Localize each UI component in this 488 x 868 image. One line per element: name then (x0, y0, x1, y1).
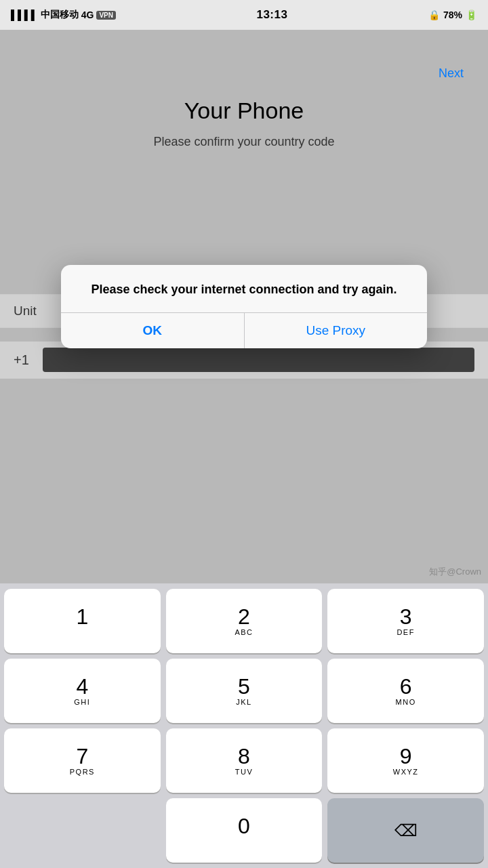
battery-percent: 78% (443, 9, 462, 20)
status-time: 13:13 (256, 8, 287, 22)
status-bar: ▌▌▌▌ 中国移动 4G VPN 13:13 🔒 78% 🔋 (0, 0, 488, 30)
signal-bars: ▌▌▌▌ (11, 9, 38, 20)
dialog-message: Please check your internet connection an… (80, 281, 408, 298)
key-9[interactable]: 9 WXYZ (327, 728, 484, 793)
status-left: ▌▌▌▌ 中国移动 4G VPN (11, 9, 116, 21)
delete-key[interactable]: ⌫ (327, 798, 484, 863)
key-7[interactable]: 7 PQRS (4, 728, 161, 793)
vpn-badge: VPN (96, 11, 116, 20)
use-proxy-button[interactable]: Use Proxy (245, 313, 428, 348)
network-type: 4G (81, 9, 94, 20)
battery-icon: 🔋 (466, 9, 477, 20)
key-5[interactable]: 5 JKL (166, 659, 323, 723)
ok-button[interactable]: OK (61, 313, 244, 348)
dialog-body: Please check your internet connection an… (61, 265, 427, 312)
dialog-buttons: OK Use Proxy (61, 313, 427, 348)
key-0[interactable]: 0 (166, 798, 323, 863)
dialog-overlay: Please check your internet connection an… (0, 30, 488, 583)
lock-icon: 🔒 (428, 9, 440, 20)
key-4[interactable]: 4 GHI (4, 659, 161, 723)
key-1[interactable]: 1 (4, 589, 161, 653)
carrier: 中国移动 (41, 9, 79, 21)
key-3[interactable]: 3 DEF (327, 589, 484, 653)
keyboard-grid: 1 2 ABC 3 DEF 4 GHI 5 JKL 6 MNO 7 PQRS (4, 589, 484, 863)
key-2[interactable]: 2 ABC (166, 589, 323, 653)
keyboard: 1 2 ABC 3 DEF 4 GHI 5 JKL 6 MNO 7 PQRS (0, 583, 488, 868)
key-empty (4, 798, 161, 863)
key-8[interactable]: 8 TUV (166, 728, 323, 793)
status-right: 🔒 78% 🔋 (428, 9, 477, 20)
key-6[interactable]: 6 MNO (327, 659, 484, 723)
alert-dialog: Please check your internet connection an… (61, 265, 427, 348)
